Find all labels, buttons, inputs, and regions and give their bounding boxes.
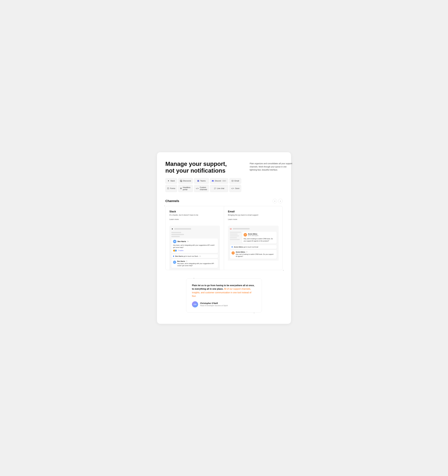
livechat-icon xyxy=(214,187,216,189)
channel-cards-wrapper: + + Slack It's chaotic, but it doesn't h… xyxy=(165,206,283,270)
gmail-icon: M xyxy=(230,228,232,230)
headless-icon: ⚙ xyxy=(180,187,182,190)
teams-icon xyxy=(197,180,199,182)
email-notif-sender: Annie Atkins xyxy=(234,246,243,248)
sidebar-line-3 xyxy=(171,236,180,237)
pill-slack-label: Slack xyxy=(170,180,175,182)
email-list-item-5 xyxy=(230,239,240,240)
replies-avatars xyxy=(173,249,176,252)
email-card: Email Bringing the joy back to email sup… xyxy=(224,206,283,270)
pill-email[interactable]: Email xyxy=(229,178,241,184)
contact-email: annie.atkins@air... xyxy=(248,235,259,236)
hero-section: Manage your support,not your notificatio… xyxy=(165,161,283,192)
contact-name: Annie Atkins xyxy=(248,233,259,235)
pill-forms-label: Forms xyxy=(170,187,175,189)
sidebar-line-1 xyxy=(171,232,181,233)
pill-teams[interactable]: Teams xyxy=(194,178,209,184)
channel-cards: Slack It's chaotic, but it doesn't have … xyxy=(165,206,283,270)
email-followup-content: Annie Atkins 1h Hey, we're looking to sw… xyxy=(236,251,275,258)
slack-topbar: ✦ xyxy=(171,228,218,230)
author-avatar: CO xyxy=(192,301,198,307)
email-notif-via: got in touch via Email xyxy=(244,246,258,248)
pill-headless[interactable]: ⚙ Headless portal xyxy=(178,185,193,192)
followup-header: Ben Harris 1h xyxy=(177,261,216,262)
discord-soon-badge: soon xyxy=(222,180,226,182)
svg-rect-4 xyxy=(232,180,233,181)
pill-slack[interactable]: ✦ Slack xyxy=(165,178,177,184)
pill-livechat-label: Live chat xyxy=(217,187,224,189)
email-list-item-2 xyxy=(230,233,238,235)
notif-text: Ben Harris got in touch via Slack · 1h xyxy=(175,255,216,257)
replies-count: 3 replies xyxy=(178,250,184,251)
email-learn-more[interactable]: Learn more xyxy=(228,218,237,220)
slack-icon-mock: ✦ xyxy=(171,228,173,230)
hero-right: Plain organizes and consolidates all you… xyxy=(250,161,295,171)
channels-title: Channels xyxy=(165,199,179,203)
pill-livechat[interactable]: Live chat xyxy=(210,185,228,192)
email-followup-row: AA Annie Atkins 1h Hey, we're looking to… xyxy=(230,250,277,259)
email-body: Hey, we're looking to switch CRM tools. … xyxy=(244,238,275,242)
slack-message-block: BH Ben Harris 1h Hey team, we're integra… xyxy=(171,238,218,253)
msg-header: BH Ben Harris 1h xyxy=(173,240,216,243)
pill-headless-label: Headless portal xyxy=(183,186,191,191)
mock-bar-1 xyxy=(174,228,191,230)
slack-card-desc: It's chaotic, but it doesn't have to be xyxy=(169,214,220,216)
reply-avatar-2 xyxy=(175,249,177,252)
email-card-desc: Bringing the joy back to email support xyxy=(228,214,279,216)
pill-discord-label: Discord xyxy=(215,180,221,182)
msg-time: 1h xyxy=(187,241,189,242)
nav-arrows: ‹ › xyxy=(272,199,283,203)
slack-learn-more[interactable]: Learn more xyxy=(169,218,179,220)
email-followup-sender: Annie Atkins xyxy=(236,251,245,253)
prev-button[interactable]: ‹ xyxy=(272,199,277,203)
email-mock-bar xyxy=(233,228,250,229)
followup-avatar: BH xyxy=(173,261,176,264)
svg-rect-0 xyxy=(198,180,198,181)
svg-text:CO: CO xyxy=(194,303,196,306)
corner-plus-top-left: + xyxy=(164,205,165,207)
pill-custom[interactable]: </> Custom channels xyxy=(194,185,209,192)
pill-custom-label: Custom channels xyxy=(200,186,207,191)
testimonial-author: CO Christopher O'Neill Head of Developer… xyxy=(192,301,256,307)
author-title: Head of Developer Success at Stytch xyxy=(200,305,228,307)
email-contact-info: Annie Atkins annie.atkins@air... xyxy=(248,233,259,236)
hero-title: Manage your support,not your notificatio… xyxy=(165,161,241,174)
discord-icon xyxy=(212,180,214,182)
pill-forms[interactable]: Forms xyxy=(165,185,177,192)
followup-text: Hey team, we're integrating with your su… xyxy=(177,262,216,267)
channels-section: Channels ‹ › + + Slack It's chaotic, but… xyxy=(165,199,283,270)
discourse-icon xyxy=(180,180,182,182)
testimonial-section: + + Plain let us to go from having to be… xyxy=(165,278,283,313)
pill-discourse-label: Discourse xyxy=(183,180,191,182)
mock-sidebar xyxy=(171,232,218,237)
testimonial-card: Plain let us to go from having to be eve… xyxy=(186,278,262,313)
ben-avatar: BH xyxy=(173,240,176,243)
svg-rect-5 xyxy=(167,188,169,189)
slack-card-name: Slack xyxy=(169,210,220,213)
pill-discord[interactable]: Discord soon xyxy=(210,178,228,184)
email-notif-dot xyxy=(232,246,233,248)
pill-soon[interactable]: </> Soon xyxy=(229,185,241,192)
email-notification-row: Annie Atkins got in touch via Email xyxy=(230,245,277,249)
email-list-item-1 xyxy=(230,232,241,233)
email-list-item-3 xyxy=(230,235,239,237)
forms-icon xyxy=(167,187,169,189)
slack-mock: ✦ BH Ben Harris xyxy=(169,226,220,270)
testimonial-text: Plain let us to go from having to be eve… xyxy=(192,284,256,298)
svg-rect-2 xyxy=(198,181,198,181)
slack-icon: ✦ xyxy=(168,180,169,182)
next-button[interactable]: › xyxy=(278,199,283,203)
followup-content: Ben Harris 1h Hey team, we're integratin… xyxy=(177,261,216,267)
channels-header: Channels ‹ › xyxy=(165,199,283,203)
email-panel: AA Annie Atkins annie.atkins@air... Hey,… xyxy=(230,232,277,244)
email-icon xyxy=(232,180,233,182)
notif-sender: Ben Harris xyxy=(175,255,183,257)
email-thread: AA Annie Atkins annie.atkins@air... Hey,… xyxy=(242,232,277,244)
email-topbar: M xyxy=(230,228,277,230)
email-card-name: Email xyxy=(228,210,279,213)
pill-discourse[interactable]: Discourse xyxy=(178,178,193,184)
notif-dot xyxy=(173,256,174,257)
slack-card: Slack It's chaotic, but it doesn't have … xyxy=(165,206,224,270)
annie-avatar: AA xyxy=(244,233,247,237)
email-followup-avatar: AA xyxy=(232,251,235,255)
